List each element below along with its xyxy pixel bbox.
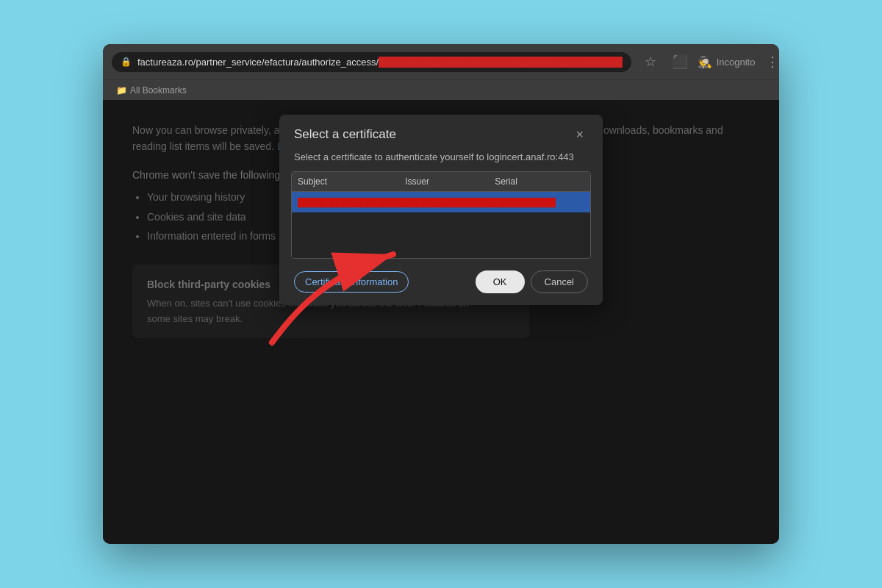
incognito-section: 🕵 Incognito: [698, 55, 756, 69]
modal-action-buttons: OK Cancel: [476, 270, 588, 293]
certificate-info-button[interactable]: Certificate information: [294, 271, 409, 293]
col-serial: Serial: [495, 176, 584, 187]
browser-content: Now you can browse privately, and other …: [103, 100, 779, 544]
col-subject: Subject: [298, 176, 405, 187]
modal-overlay: Select a certificate × Select a certific…: [103, 100, 779, 544]
modal-close-button[interactable]: ×: [571, 126, 588, 143]
address-text: factureaza.ro/partner_service/efactura/a…: [137, 57, 623, 68]
modal-header: Select a certificate ×: [279, 115, 603, 151]
subject-value: █████████████: [298, 198, 372, 207]
incognito-icon: 🕵: [698, 55, 712, 69]
toolbar-icons: ☆ ⬛ 🕵 Incognito ⋮: [639, 50, 779, 74]
col-issuer: Issuer: [405, 176, 495, 187]
certificate-table: Subject Issuer Serial █████████████ ████…: [291, 171, 591, 259]
bookmarks-item[interactable]: 📁 All Bookmarks: [112, 84, 191, 97]
cast-button[interactable]: ⬛: [668, 50, 692, 74]
certificate-modal: Select a certificate × Select a certific…: [279, 115, 603, 305]
table-header: Subject Issuer Serial: [292, 172, 590, 192]
cancel-button[interactable]: Cancel: [531, 270, 588, 293]
address-bar[interactable]: 🔒 factureaza.ro/partner_service/efactura…: [112, 52, 631, 72]
modal-subtitle: Select a certificate to authenticate you…: [279, 151, 603, 171]
folder-icon: 📁: [116, 85, 127, 96]
browser-window: 🔒 factureaza.ro/partner_service/efactura…: [103, 44, 779, 544]
lock-icon: 🔒: [121, 57, 132, 67]
ok-button[interactable]: OK: [476, 270, 525, 293]
bookmarks-bar: 📁 All Bookmarks: [103, 79, 779, 100]
modal-footer: Certificate information OK Cancel: [279, 259, 603, 305]
incognito-label: Incognito: [717, 57, 756, 68]
browser-toolbar: 🔒 factureaza.ro/partner_service/efactura…: [103, 44, 779, 79]
table-row[interactable]: █████████████ ██████████████████████████…: [292, 192, 590, 212]
table-body: █████████████ ██████████████████████████…: [292, 192, 590, 258]
issuer-serial-value: ████████████████████████████████: [372, 198, 555, 207]
modal-title: Select a certificate: [294, 127, 396, 142]
more-button[interactable]: ⋮: [761, 50, 779, 74]
bookmarks-label: All Bookmarks: [130, 85, 187, 96]
star-button[interactable]: ☆: [639, 50, 662, 74]
